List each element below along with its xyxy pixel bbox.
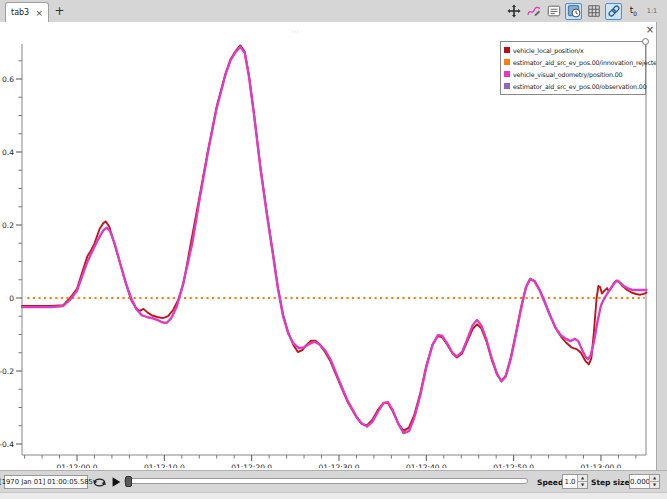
zoom-ratio-label: 1:1 — [645, 7, 659, 15]
legend-grip-handle[interactable] — [642, 38, 649, 45]
pan-tool-button[interactable] — [505, 3, 522, 20]
step-size-input[interactable] — [630, 475, 649, 488]
t0-offset-button[interactable]: t0 — [625, 3, 642, 20]
legend-item[interactable]: vehicle_local_position/x — [504, 44, 642, 56]
step-down-button[interactable]: ▼ — [650, 481, 659, 488]
t0-icon: t0 — [630, 5, 637, 17]
legend-item[interactable]: vehicle_visual_odometry/position.00 — [504, 68, 642, 80]
legend-item-label: estimator_aid_src_ev_pos.00/innovation_r… — [513, 59, 661, 66]
legend-item-label: vehicle_visual_odometry/position.00 — [513, 71, 622, 78]
status-strip — [0, 492, 667, 499]
tab-close-icon[interactable]: × — [35, 9, 43, 17]
link-icon — [607, 4, 621, 18]
curve-vehicle-visual-odometry-position-00 — [22, 47, 646, 433]
curve-editor-button[interactable] — [525, 3, 542, 20]
y-tick-label: 0 — [9, 294, 14, 303]
speed-input[interactable] — [563, 475, 577, 488]
legend-item[interactable]: estimator_aid_src_ev_pos.00/innovation_r… — [504, 56, 642, 68]
legend-item[interactable]: estimator_aid_src_ev_pos.00/observation.… — [504, 80, 642, 92]
curve-pencil-icon — [527, 4, 541, 18]
splitter-handle-icon[interactable]: ··· — [291, 28, 300, 35]
tab-label: tab3 — [11, 8, 35, 17]
pan-arrows-icon — [507, 4, 521, 18]
legend-color-chip — [504, 71, 510, 77]
x-tick-label: 01:12:30.0 — [319, 463, 360, 468]
x-tick-label: 01:13:00.0 — [581, 463, 622, 468]
new-tab-button[interactable]: + — [52, 3, 67, 19]
grid-toggle-button[interactable] — [585, 3, 602, 20]
step-size-label: Step size: — [591, 478, 633, 487]
speed-spinbox[interactable]: ▲ ▼ — [562, 474, 588, 489]
window-right-strip — [656, 22, 667, 470]
plot-widget: 01:12:00.001:12:10.001:12:20.001:12:30.0… — [0, 22, 656, 470]
step-size-spinbox[interactable]: ▲ ▼ — [629, 474, 660, 489]
legend-color-chip — [504, 59, 510, 65]
plot-legend: vehicle_local_position/xestimator_aid_sr… — [500, 41, 646, 95]
legend-item-label: estimator_aid_src_ev_pos.00/observation.… — [513, 83, 647, 90]
legend-color-chip — [504, 47, 510, 53]
y-tick-label: -0.4 — [0, 440, 14, 449]
clock-chart-icon — [567, 4, 581, 18]
y-tick-label: -0.2 — [0, 367, 14, 376]
playback-time-display[interactable]: [1970 Jan 01] 01:00:05.585 — [4, 475, 88, 489]
loop-playback-button[interactable] — [92, 475, 107, 490]
plot-close-button[interactable]: × — [644, 24, 656, 36]
x-tick-label: 01:12:10.0 — [144, 463, 185, 468]
tab-tab3[interactable]: tab3 × — [5, 2, 49, 22]
play-icon — [113, 477, 121, 486]
y-tick-label: 0.4 — [2, 148, 14, 157]
x-tick-label: 01:12:20.0 — [231, 463, 272, 468]
playback-slider-handle[interactable] — [125, 476, 132, 487]
loop-icon — [93, 479, 106, 486]
tab-bar: tab3 × + t0 1:1 — [0, 0, 667, 23]
legend-color-chip — [504, 83, 510, 89]
time-tracker-button[interactable] — [565, 3, 582, 20]
grid-icon — [587, 4, 601, 18]
speed-down-button[interactable]: ▼ — [578, 481, 587, 488]
x-tick-label: 01:12:50.0 — [493, 463, 534, 468]
playback-slider[interactable] — [124, 478, 528, 484]
curve-vehicle-local-position-x — [22, 45, 646, 431]
x-tick-label: 01:12:00.0 — [57, 463, 98, 468]
link-ranges-button[interactable] — [605, 3, 622, 20]
y-tick-label: 0.6 — [2, 75, 14, 84]
y-tick-label: 0.2 — [2, 221, 14, 230]
legend-item-label: vehicle_local_position/x — [513, 47, 584, 54]
plot-toolbar: t0 1:1 — [505, 2, 659, 20]
curve-estimator-aid-src-ev-pos-00-observation-00 — [22, 47, 646, 433]
x-tick-label: 01:12:40.0 — [406, 463, 447, 468]
play-button[interactable] — [110, 476, 122, 488]
legend-toggle-button[interactable] — [545, 3, 562, 20]
list-icon — [547, 4, 561, 18]
